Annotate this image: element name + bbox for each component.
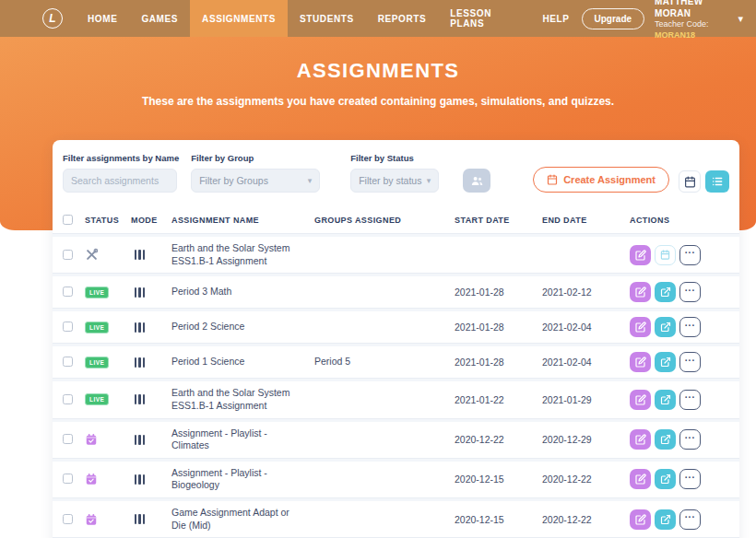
select-all-checkbox[interactable]	[63, 215, 73, 225]
nav-item-students[interactable]: STUDENTS	[288, 0, 366, 37]
status-cell: LIVE	[85, 513, 131, 526]
create-assignment-button[interactable]: Create Assignment	[533, 167, 669, 193]
edit-assignment-button[interactable]	[630, 469, 651, 489]
table-row: LIVE Earth and the Solar System ESS1.B-1…	[53, 237, 739, 274]
list-view-button[interactable]	[705, 170, 729, 193]
upgrade-button[interactable]: Upgrade	[582, 8, 645, 29]
header-actions: ACTIONS	[630, 216, 729, 225]
open-assignment-button[interactable]	[655, 509, 676, 530]
table-row: LIVE Earth and the Solar System ESS1.B-1…	[53, 381, 739, 418]
filter-name-label: Filter assignments by Name	[63, 153, 179, 163]
live-status-badge: LIVE	[85, 287, 109, 298]
row-checkbox[interactable]	[63, 474, 73, 484]
edit-pencil-icon	[635, 434, 646, 445]
calendar-icon	[660, 250, 670, 260]
row-actions: ···	[630, 282, 729, 302]
edit-assignment-button[interactable]	[630, 282, 651, 302]
assignment-name: Period 3 Math	[171, 286, 314, 298]
group-filter-select[interactable]: Filter by Groups ▾	[191, 169, 320, 193]
user-name: MATTHEW MORAN	[655, 0, 727, 19]
header-start-date: START DATE	[455, 216, 542, 225]
header-groups-assigned: GROUPS ASSIGNED	[314, 216, 455, 225]
start-date: 2021-01-28	[455, 357, 542, 368]
external-link-icon	[660, 434, 671, 445]
list-icon	[711, 175, 724, 188]
nav-item-games[interactable]: GAMES	[129, 0, 190, 37]
end-date: 2020-12-22	[542, 514, 630, 525]
row-checkbox[interactable]	[63, 322, 73, 332]
row-actions: ···	[630, 390, 729, 410]
open-assignment-button[interactable]	[655, 390, 676, 410]
edit-assignment-button[interactable]	[630, 429, 651, 450]
more-actions-button[interactable]: ···	[679, 469, 701, 489]
more-actions-button[interactable]: ···	[679, 509, 701, 530]
nav-item-lesson-plans[interactable]: LESSON PLANS	[438, 0, 530, 37]
row-checkbox[interactable]	[63, 514, 73, 524]
playlist-mode-icon	[135, 357, 171, 368]
more-actions-button[interactable]: ···	[679, 317, 701, 337]
status-filter-select[interactable]: Filter by status ▾	[350, 169, 439, 193]
create-assignment-label: Create Assignment	[563, 174, 656, 185]
edit-assignment-button[interactable]	[630, 317, 651, 337]
more-actions-button[interactable]: ···	[679, 352, 701, 372]
start-date: 2020-12-22	[455, 434, 542, 445]
open-assignment-button[interactable]	[655, 429, 676, 450]
more-actions-button[interactable]: ···	[679, 245, 701, 265]
calendar-icon	[547, 174, 558, 185]
more-actions-button[interactable]: ···	[679, 282, 701, 302]
external-link-icon	[660, 514, 671, 525]
live-status-badge: LIVE	[85, 322, 109, 333]
row-checkbox[interactable]	[63, 357, 73, 367]
search-input[interactable]	[63, 169, 177, 193]
row-checkbox[interactable]	[63, 287, 73, 297]
playlist-mode-icon	[135, 250, 171, 260]
open-assignment-button[interactable]	[655, 352, 676, 372]
assignments-table-body: LIVE Earth and the Solar System ESS1.B-1…	[53, 237, 739, 538]
row-checkbox[interactable]	[63, 250, 73, 260]
more-actions-button[interactable]: ···	[679, 429, 701, 450]
chevron-down-icon[interactable]: ▾	[738, 13, 743, 25]
nav-label: STUDENTS	[300, 14, 354, 24]
end-date: 2020-12-22	[542, 474, 630, 485]
assignment-name: Period 2 Science	[171, 321, 314, 333]
calendar-action-button[interactable]	[655, 245, 676, 265]
group-filter-value: Filter by Groups	[199, 175, 268, 186]
assignment-name: Assignment - Playlist - Biogeology	[171, 467, 314, 492]
nav-item-help[interactable]: HELP	[530, 0, 581, 37]
row-actions: ···	[630, 429, 729, 450]
more-actions-button[interactable]: ···	[679, 390, 701, 410]
row-checkbox[interactable]	[63, 434, 73, 444]
nav-item-assignments[interactable]: ASSIGNMENTS	[190, 0, 288, 37]
open-assignment-button[interactable]	[655, 317, 676, 337]
assignment-name: Earth and the Solar System ESS1.B-1 Assi…	[171, 242, 314, 267]
external-link-icon	[660, 474, 671, 485]
edit-assignment-button[interactable]	[630, 509, 651, 530]
status-cell: LIVE	[85, 473, 131, 485]
edit-pencil-icon	[635, 474, 646, 485]
nav-label: HOME	[88, 14, 117, 24]
row-actions: ···	[630, 317, 729, 337]
maintenance-tools-icon	[85, 248, 99, 262]
edit-pencil-icon	[635, 322, 646, 333]
edit-assignment-button[interactable]	[630, 245, 651, 265]
row-checkbox[interactable]	[63, 394, 73, 404]
calendar-view-button[interactable]	[679, 170, 701, 193]
table-row: LIVE Period 2 Science 2021-01-28 2021-02…	[53, 311, 739, 344]
row-actions: ···	[630, 509, 729, 530]
scheduled-calendar-icon	[85, 513, 98, 526]
user-menu[interactable]: MATTHEW MORAN Teacher Code: MORAN18	[655, 0, 727, 41]
app-logo[interactable]: L	[42, 0, 63, 37]
live-status-badge: LIVE	[85, 357, 109, 368]
open-assignment-button[interactable]	[655, 282, 676, 302]
nav-label: GAMES	[141, 14, 178, 24]
row-actions: ···	[630, 245, 729, 265]
nav-label: ASSIGNMENTS	[202, 14, 276, 24]
edit-assignment-button[interactable]	[630, 390, 651, 410]
assign-groups-button[interactable]	[463, 169, 490, 193]
external-link-icon	[660, 394, 671, 405]
edit-assignment-button[interactable]	[630, 352, 651, 372]
playlist-mode-icon	[135, 394, 171, 404]
open-assignment-button[interactable]	[655, 469, 676, 489]
nav-item-home[interactable]: HOME	[76, 0, 129, 37]
nav-item-reports[interactable]: REPORTS	[366, 0, 439, 37]
